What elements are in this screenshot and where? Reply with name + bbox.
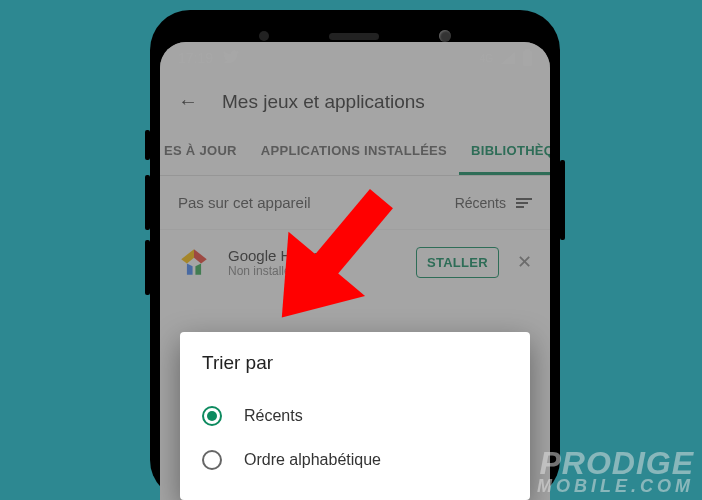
side-button	[145, 130, 150, 160]
status-bar: 17:19 4G	[160, 42, 550, 74]
tab-updates[interactable]: ES À JOUR	[160, 129, 249, 175]
network-type: 4G	[480, 54, 493, 63]
notch	[150, 30, 560, 42]
close-icon[interactable]: ✕	[513, 251, 536, 273]
screen: 17:19 4G ← Mes jeux et applications ES À…	[160, 42, 550, 500]
app-subtitle: Non installée	[228, 264, 402, 278]
google-home-icon	[174, 242, 214, 282]
section-title: Pas sur cet appareil	[178, 194, 311, 211]
volume-up-button	[145, 175, 150, 230]
sort-control[interactable]: Récents	[455, 195, 532, 211]
app-name: Google Home	[228, 247, 402, 264]
option-label: Ordre alphabétique	[244, 451, 381, 469]
watermark: PRODIGE MOBILE.COM	[537, 449, 694, 494]
watermark-line1: PRODIGE	[537, 449, 694, 478]
tab-library[interactable]: BIBLIOTHÈQUE	[459, 129, 550, 175]
app-info: Google Home Non installée	[228, 247, 402, 278]
app-header: ← Mes jeux et applications	[160, 74, 550, 129]
battery-icon	[523, 51, 532, 66]
sort-icon	[516, 198, 532, 208]
sensor-icon	[259, 31, 269, 41]
camera-icon	[439, 30, 451, 42]
power-button	[560, 160, 565, 240]
section-header: Pas sur cet appareil Récents	[160, 176, 550, 229]
twitter-icon	[223, 50, 239, 67]
sort-dialog: Trier par Récents Ordre alphabétique	[180, 332, 530, 500]
option-label: Récents	[244, 407, 303, 425]
tab-bar: ES À JOUR APPLICATIONS INSTALLÉES BIBLIO…	[160, 129, 550, 176]
speaker-grille	[329, 33, 379, 40]
sort-label: Récents	[455, 195, 506, 211]
tab-installed[interactable]: APPLICATIONS INSTALLÉES	[249, 129, 459, 175]
install-button[interactable]: STALLER	[416, 247, 499, 278]
back-arrow-icon[interactable]: ←	[178, 90, 198, 113]
radio-unchecked-icon	[202, 450, 222, 470]
status-time: 17:19	[178, 50, 213, 66]
phone-frame: 17:19 4G ← Mes jeux et applications ES À…	[150, 10, 560, 500]
dialog-title: Trier par	[202, 352, 508, 374]
list-item[interactable]: Google Home Non installée STALLER ✕	[160, 229, 550, 294]
sort-option-alphabetical[interactable]: Ordre alphabétique	[202, 438, 508, 482]
radio-checked-icon	[202, 406, 222, 426]
volume-down-button	[145, 240, 150, 295]
page-title: Mes jeux et applications	[222, 91, 425, 113]
watermark-line2: MOBILE.COM	[537, 478, 694, 494]
signal-icon	[501, 52, 515, 64]
sort-option-recent[interactable]: Récents	[202, 394, 508, 438]
